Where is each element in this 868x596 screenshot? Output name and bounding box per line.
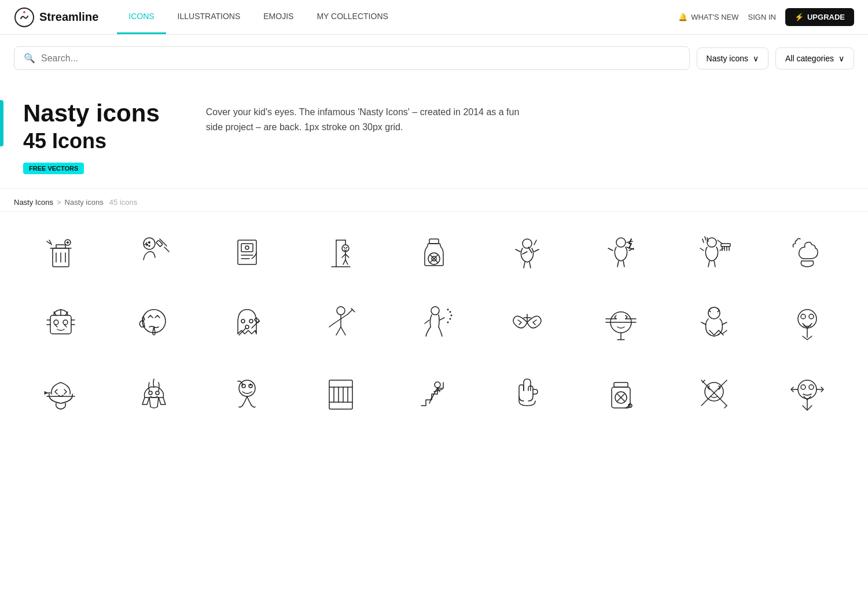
hero-accent xyxy=(0,100,3,146)
svg-line-19 xyxy=(342,254,345,257)
svg-point-1 xyxy=(23,11,25,13)
icon-broken-stick-face[interactable] xyxy=(667,358,760,428)
icon-poison-jar-small[interactable] xyxy=(574,358,667,428)
logo[interactable]: Streamline xyxy=(14,7,98,28)
search-section: 🔍 Nasty icons ∨ All categories ∨ xyxy=(0,35,868,82)
svg-point-99 xyxy=(242,384,244,386)
icon-jail-bars[interactable] xyxy=(294,358,387,428)
navbar: Streamline ICONS ILLUSTRATIONS EMOJIS MY… xyxy=(0,0,868,35)
free-badge: FREE VECTORS xyxy=(23,163,84,174)
nav-emojis[interactable]: EMOJIS xyxy=(252,0,305,34)
svg-rect-67 xyxy=(255,318,260,323)
breadcrumb-current: Nasty icons xyxy=(65,198,104,207)
icon-warrior-helmet[interactable] xyxy=(14,358,107,428)
svg-point-55 xyxy=(63,320,68,325)
icon-grid xyxy=(0,211,868,442)
svg-rect-109 xyxy=(614,382,628,387)
breadcrumb-separator: > xyxy=(57,198,61,207)
svg-line-40 xyxy=(623,261,624,267)
hero-description: Cover your kid's eyes. The infamous 'Nas… xyxy=(206,100,530,134)
sign-in-button[interactable]: SIGN IN xyxy=(748,13,776,21)
svg-point-65 xyxy=(249,319,253,323)
chevron-down-icon: ∨ xyxy=(753,54,759,63)
filter-collection-dropdown[interactable]: Nasty icons ∨ xyxy=(697,47,768,69)
icon-broken-wing[interactable] xyxy=(481,287,574,358)
icon-snake-tongue[interactable] xyxy=(201,358,294,428)
breadcrumb-parent[interactable]: Nasty Icons xyxy=(14,198,53,207)
svg-line-30 xyxy=(534,249,539,252)
nav-icons[interactable]: ICONS xyxy=(117,0,165,34)
nav-links: ICONS ILLUSTRATIONS EMOJIS MY COLLECTION… xyxy=(117,0,400,34)
icon-sword-face[interactable] xyxy=(574,287,667,358)
icon-voodoo-doll[interactable] xyxy=(481,216,574,287)
icon-skull-pin[interactable] xyxy=(761,287,854,358)
svg-line-47 xyxy=(714,261,715,267)
svg-line-31 xyxy=(524,262,525,268)
icon-tongue-face[interactable] xyxy=(107,287,200,358)
icon-falling-stairs[interactable] xyxy=(387,358,480,428)
svg-rect-11 xyxy=(241,244,253,252)
svg-line-39 xyxy=(617,261,619,267)
svg-point-120 xyxy=(798,380,816,399)
icon-bathroom-nasty[interactable] xyxy=(201,216,294,287)
svg-line-44 xyxy=(700,248,704,251)
svg-point-121 xyxy=(801,385,806,389)
svg-line-22 xyxy=(345,260,348,264)
upgrade-button[interactable]: ⚡ UPGRADE xyxy=(785,8,854,26)
svg-point-108 xyxy=(435,382,440,388)
svg-point-61 xyxy=(142,310,165,333)
breadcrumb-count: 45 icons xyxy=(109,198,137,207)
search-input[interactable] xyxy=(41,53,680,64)
icon-gallows[interactable] xyxy=(294,216,387,287)
svg-line-42 xyxy=(627,247,634,249)
logo-text: Streamline xyxy=(39,10,98,24)
icon-sorceress[interactable] xyxy=(667,287,760,358)
icon-doll-comb[interactable] xyxy=(667,216,760,287)
icon-poison-bottle[interactable] xyxy=(387,216,480,287)
logo-icon xyxy=(14,7,35,28)
icon-skull-arrow[interactable] xyxy=(761,358,854,428)
svg-point-89 xyxy=(801,314,806,319)
breadcrumb: Nasty Icons > Nasty icons 45 icons xyxy=(0,188,868,211)
svg-point-90 xyxy=(809,314,814,319)
svg-line-69 xyxy=(348,310,352,314)
icon-ghost-tools[interactable] xyxy=(201,287,294,358)
icon-monster-bbq[interactable] xyxy=(107,358,200,428)
lightning-icon: ⚡ xyxy=(795,13,804,21)
nav-collections[interactable]: MY COLLECTIONS xyxy=(305,0,399,34)
svg-point-54 xyxy=(54,320,58,325)
svg-point-94 xyxy=(149,391,152,395)
icon-injection[interactable] xyxy=(107,216,200,287)
svg-point-64 xyxy=(241,319,245,323)
filter-category-dropdown[interactable]: All categories ∨ xyxy=(775,47,854,69)
svg-line-118 xyxy=(724,406,727,408)
svg-point-122 xyxy=(809,385,814,389)
nav-right: 🔔 WHAT'S NEW SIGN IN ⚡ UPGRADE xyxy=(678,8,854,26)
icon-poop[interactable] xyxy=(761,216,854,287)
svg-point-28 xyxy=(523,239,532,248)
svg-line-34 xyxy=(528,247,532,253)
svg-line-7 xyxy=(164,247,169,252)
svg-line-33 xyxy=(534,240,536,245)
svg-rect-23 xyxy=(429,239,439,244)
svg-point-68 xyxy=(337,307,345,315)
search-icon: 🔍 xyxy=(24,53,35,64)
icon-trash-nasty[interactable] xyxy=(14,216,107,287)
svg-line-21 xyxy=(343,260,345,264)
icon-ninja-fight[interactable] xyxy=(294,287,387,358)
svg-line-37 xyxy=(608,248,613,251)
whats-new-button[interactable]: 🔔 WHAT'S NEW xyxy=(678,13,738,21)
svg-point-74 xyxy=(450,315,452,317)
nav-illustrations[interactable]: ILLUSTRATIONS xyxy=(166,0,252,34)
svg-line-29 xyxy=(516,249,520,252)
bell-icon: 🔔 xyxy=(678,13,687,21)
svg-point-36 xyxy=(616,238,626,247)
hero-title: Nasty icons xyxy=(23,100,160,127)
chevron-down-icon: ∨ xyxy=(838,54,844,63)
svg-point-76 xyxy=(447,309,448,311)
icon-middle-finger[interactable] xyxy=(481,358,574,428)
icon-voodoo-electric[interactable] xyxy=(574,216,667,287)
svg-rect-101 xyxy=(329,380,352,409)
icon-figure-jump[interactable] xyxy=(387,287,480,358)
icon-frankenstein[interactable] xyxy=(14,287,107,358)
